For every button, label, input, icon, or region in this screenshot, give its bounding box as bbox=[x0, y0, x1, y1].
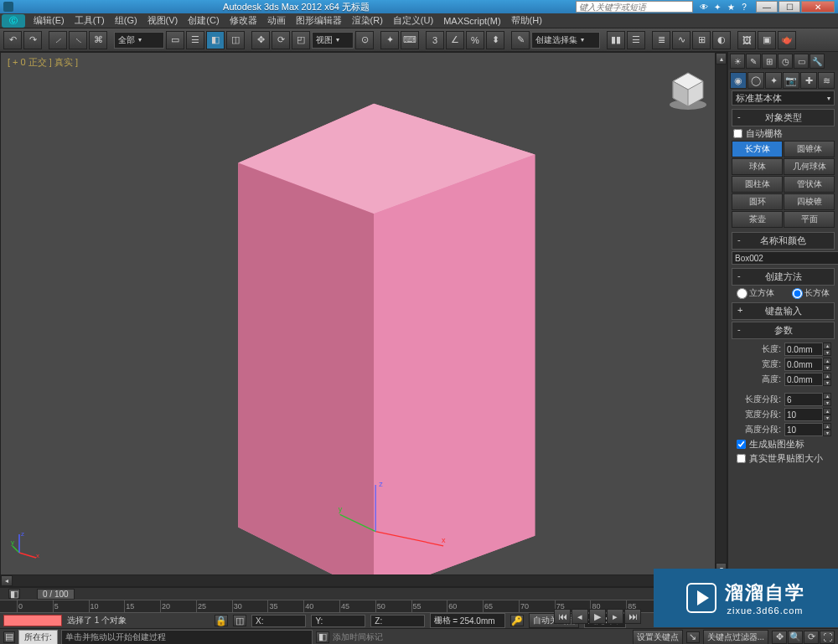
x-input[interactable] bbox=[265, 616, 302, 626]
menu-maxscript[interactable]: MAXScript(M) bbox=[438, 14, 505, 28]
spinner-arrows[interactable]: ▴▾ bbox=[823, 408, 831, 421]
scroll-track[interactable] bbox=[716, 64, 727, 563]
cameras-tab-icon[interactable]: 📷 bbox=[783, 72, 799, 89]
render-icon[interactable]: 🫖 bbox=[778, 31, 796, 49]
maximize-button[interactable]: ☐ bbox=[779, 1, 800, 13]
wseg-input[interactable] bbox=[784, 408, 823, 421]
systems-tab-icon[interactable]: ≋ bbox=[818, 72, 835, 89]
rotate-icon[interactable]: ⟳ bbox=[272, 31, 290, 49]
object-name-input[interactable] bbox=[732, 251, 838, 265]
setkey-button[interactable]: 设置关键点 bbox=[633, 630, 683, 645]
viewport-scrollbar-v[interactable]: ▴ ▾ bbox=[715, 53, 727, 574]
curve-editor-icon[interactable]: ∿ bbox=[672, 31, 691, 49]
rendered-frame-icon[interactable]: ▣ bbox=[758, 31, 776, 49]
lock-icon[interactable]: 🔒 bbox=[215, 615, 228, 626]
scroll-left-icon[interactable]: ◂ bbox=[1, 575, 13, 586]
viewport-scrollbar-h[interactable]: ◂ ▸ bbox=[1, 574, 715, 586]
goto-start-icon[interactable]: ⏮ bbox=[554, 609, 571, 624]
prim-pyramid[interactable]: 四棱锥 bbox=[784, 193, 835, 210]
nav-pan-icon[interactable]: ✥ bbox=[772, 631, 787, 644]
motion-icon[interactable]: ◷ bbox=[778, 54, 793, 69]
genmap-checkbox[interactable] bbox=[737, 440, 746, 449]
named-sel-dropdown[interactable]: 创建选择集 bbox=[531, 32, 600, 49]
menu-graph[interactable]: 图形编辑器 bbox=[291, 13, 347, 28]
window-crossing-icon[interactable]: ◫ bbox=[226, 31, 245, 49]
display-icon[interactable]: ▭ bbox=[794, 54, 809, 69]
app-logo-icon[interactable]: Ⓒ bbox=[2, 14, 25, 28]
spinner-arrows[interactable]: ▴▾ bbox=[823, 343, 831, 356]
redo-icon[interactable]: ↷ bbox=[23, 31, 42, 49]
isolate-icon[interactable]: ◫ bbox=[233, 615, 246, 626]
keyfilter-button[interactable]: 关键点过滤器... bbox=[703, 630, 768, 645]
spinner-arrows[interactable]: ▴▾ bbox=[823, 393, 831, 406]
height-input[interactable] bbox=[784, 373, 823, 386]
prev-frame-icon[interactable]: ◂ bbox=[572, 609, 588, 624]
spinner-arrows[interactable]: ▴▾ bbox=[823, 358, 831, 371]
ref-coord-dropdown[interactable]: 视图 bbox=[312, 32, 354, 49]
pivot-icon[interactable]: ⊙ bbox=[355, 31, 374, 49]
prim-torus[interactable]: 圆环 bbox=[732, 193, 783, 210]
close-button[interactable]: ✕ bbox=[801, 1, 835, 13]
region-select-icon[interactable]: ◧ bbox=[206, 31, 225, 49]
minimize-button[interactable]: — bbox=[756, 1, 778, 13]
prim-plane[interactable]: 平面 bbox=[784, 211, 835, 228]
undo-icon[interactable]: ↶ bbox=[3, 31, 22, 49]
scale-icon[interactable]: ◰ bbox=[292, 31, 310, 49]
width-input[interactable] bbox=[784, 358, 823, 371]
menu-modifiers[interactable]: 修改器 bbox=[225, 13, 262, 28]
prim-teapot[interactable]: 茶壶 bbox=[732, 211, 783, 228]
lseg-input[interactable] bbox=[784, 393, 823, 406]
box-radio[interactable]: 长方体 bbox=[792, 287, 830, 299]
hierarchy-icon[interactable]: ⊞ bbox=[762, 54, 777, 69]
script-listener[interactable] bbox=[3, 615, 62, 626]
helpers-tab-icon[interactable]: ✚ bbox=[800, 72, 817, 89]
select-name-icon[interactable]: ☰ bbox=[186, 31, 204, 49]
menu-tools[interactable]: 工具(T) bbox=[70, 13, 110, 28]
scroll-track[interactable] bbox=[13, 575, 703, 586]
binoculars-icon[interactable]: 👁 bbox=[698, 1, 710, 13]
percent-snap-icon[interactable]: % bbox=[466, 31, 484, 49]
layers-icon[interactable]: ≣ bbox=[652, 31, 670, 49]
spinner-arrows[interactable]: ▴▾ bbox=[823, 423, 831, 436]
selection-filter-dropdown[interactable]: 全部 bbox=[114, 32, 164, 49]
menu-render[interactable]: 渲染(R) bbox=[347, 13, 388, 28]
brush-icon[interactable]: ✎ bbox=[746, 54, 761, 69]
help-search-input[interactable] bbox=[576, 1, 693, 13]
angle-snap-icon[interactable]: ∠ bbox=[446, 31, 464, 49]
time-config-icon[interactable]: ◧ bbox=[8, 589, 20, 599]
autogrid-checkbox[interactable] bbox=[733, 129, 742, 138]
spinner-arrows[interactable]: ▴▾ bbox=[823, 373, 831, 386]
rollout-name-color[interactable]: 名称和颜色 bbox=[732, 232, 835, 250]
move-icon[interactable]: ✥ bbox=[251, 31, 270, 49]
keymode-icon[interactable]: ↘ bbox=[686, 631, 700, 643]
category-dropdown[interactable]: 标准基本体 bbox=[732, 90, 835, 106]
prim-box[interactable]: 长方体 bbox=[732, 141, 783, 157]
rollout-keyboard[interactable]: 键盘输入 bbox=[732, 302, 835, 320]
length-input[interactable] bbox=[784, 343, 823, 356]
nav-max-icon[interactable]: ⛶ bbox=[820, 631, 835, 644]
key-icon[interactable]: 🔑 bbox=[510, 615, 524, 626]
realworld-checkbox[interactable] bbox=[737, 454, 746, 463]
next-frame-icon[interactable]: ▸ bbox=[607, 609, 623, 624]
mini-listener-icon[interactable]: ▤ bbox=[3, 631, 15, 643]
menu-edit[interactable]: 编辑(E) bbox=[28, 13, 70, 28]
manipulate-icon[interactable]: ✦ bbox=[380, 31, 399, 49]
z-input[interactable] bbox=[384, 616, 421, 626]
star-icon[interactable]: ★ bbox=[725, 1, 737, 13]
bind-icon[interactable]: ⌘ bbox=[89, 31, 107, 49]
unlink-icon[interactable]: ⟍ bbox=[69, 31, 87, 49]
utilities-icon[interactable]: 🔧 bbox=[810, 54, 825, 69]
box-object[interactable] bbox=[238, 104, 535, 587]
rollout-params[interactable]: 参数 bbox=[732, 322, 835, 339]
menu-views[interactable]: 视图(V) bbox=[142, 13, 184, 28]
hseg-input[interactable] bbox=[784, 423, 823, 436]
render-setup-icon[interactable]: 🖼 bbox=[737, 31, 756, 49]
menu-create[interactable]: 创建(C) bbox=[183, 13, 224, 28]
scroll-up-icon[interactable]: ▴ bbox=[716, 53, 727, 64]
play-icon[interactable]: ▶ bbox=[589, 609, 606, 624]
nav-orbit-icon[interactable]: ⟳ bbox=[804, 631, 819, 644]
wand-icon[interactable]: ✦ bbox=[711, 1, 723, 13]
schematic-icon[interactable]: ⊞ bbox=[692, 31, 711, 49]
prim-tube[interactable]: 管状体 bbox=[784, 176, 835, 193]
prim-geosphere[interactable]: 几何球体 bbox=[784, 158, 835, 175]
